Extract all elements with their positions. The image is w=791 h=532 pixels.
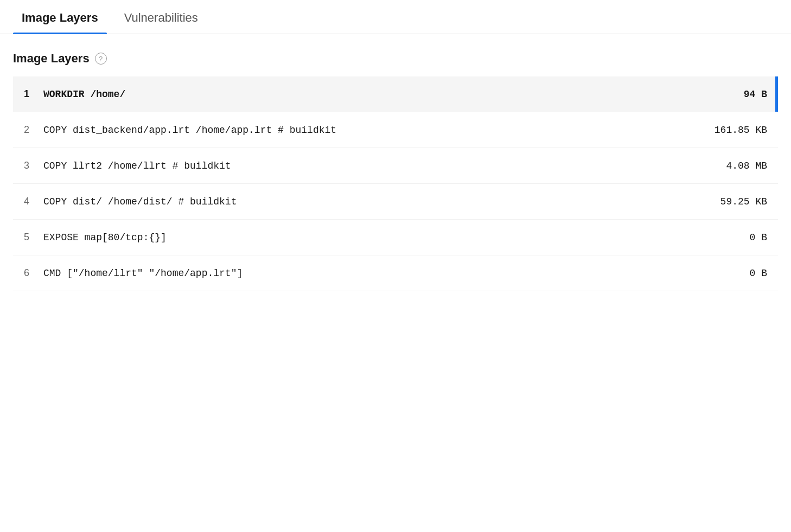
layer-command: WORKDIR /home/ <box>43 89 733 100</box>
layer-size: 94 B <box>744 89 767 100</box>
help-icon[interactable]: ? <box>95 53 107 65</box>
layer-size: 0 B <box>750 268 767 279</box>
layer-number: 6 <box>24 267 43 279</box>
layer-number: 2 <box>24 124 43 136</box>
layer-size: 59.25 KB <box>720 196 767 207</box>
layer-number: 3 <box>24 160 43 171</box>
layer-command: COPY dist_backend/app.lrt /home/app.lrt … <box>43 125 704 136</box>
layer-command: EXPOSE map[80/tcp:{}] <box>43 232 739 243</box>
layers-list: 1WORKDIR /home/94 B2COPY dist_backend/ap… <box>13 76 778 291</box>
content-area: Image Layers ? 1WORKDIR /home/94 B2COPY … <box>0 34 791 309</box>
layer-row[interactable]: 5EXPOSE map[80/tcp:{}]0 B <box>13 220 778 255</box>
layer-size: 0 B <box>750 232 767 243</box>
layer-number: 4 <box>24 196 43 207</box>
layer-size: 4.08 MB <box>726 161 767 171</box>
layer-number: 1 <box>24 88 43 100</box>
layer-command: COPY llrt2 /home/llrt # buildkit <box>43 161 715 171</box>
layer-number: 5 <box>24 232 43 243</box>
layer-command: CMD ["/home/llrt" "/home/app.lrt"] <box>43 268 739 279</box>
layer-size: 161.85 KB <box>715 125 767 136</box>
layer-row[interactable]: 2COPY dist_backend/app.lrt /home/app.lrt… <box>13 112 778 148</box>
layer-command: COPY dist/ /home/dist/ # buildkit <box>43 196 710 207</box>
blue-indicator <box>775 76 778 112</box>
tab-vulnerabilities[interactable]: Vulnerabilities <box>116 0 207 34</box>
layer-row[interactable]: 4COPY dist/ /home/dist/ # buildkit59.25 … <box>13 184 778 220</box>
section-header: Image Layers ? <box>13 52 778 66</box>
layer-row[interactable]: 6CMD ["/home/llrt" "/home/app.lrt"]0 B <box>13 255 778 291</box>
tabs-container: Image Layers Vulnerabilities <box>0 0 791 34</box>
layer-row[interactable]: 3COPY llrt2 /home/llrt # buildkit4.08 MB <box>13 148 778 184</box>
tab-image-layers[interactable]: Image Layers <box>13 0 107 34</box>
layer-row[interactable]: 1WORKDIR /home/94 B <box>13 76 778 112</box>
section-title: Image Layers <box>13 52 90 66</box>
